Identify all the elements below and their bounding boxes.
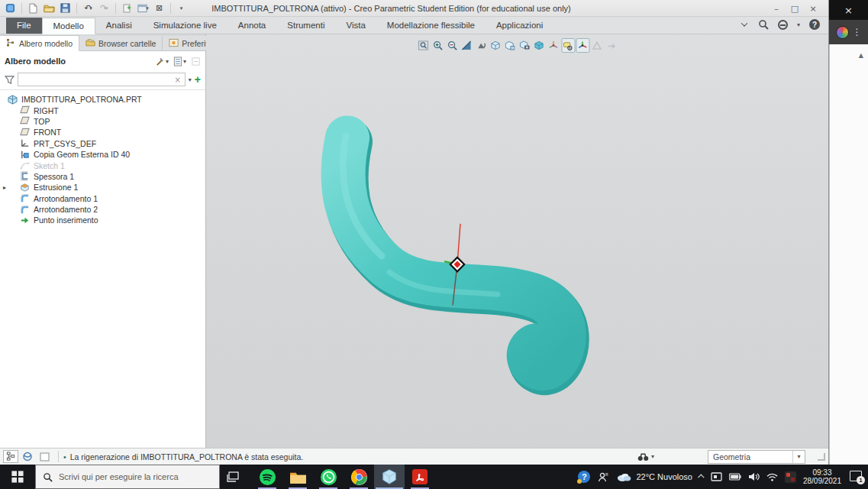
tree-item[interactable]: PRT_CSYS_DEF [0, 138, 205, 149]
command-search-icon[interactable] [757, 18, 770, 31]
action-center-icon[interactable]: 1 [848, 470, 863, 484]
clear-search-icon[interactable]: × [173, 76, 182, 84]
selection-filter-dropdown-icon[interactable]: ▾ [792, 451, 805, 463]
overlay-sticker-icon[interactable] [836, 26, 849, 39]
weather-widget[interactable]: 22°C Nuvoloso [616, 471, 692, 482]
tree-item[interactable]: FRONT [0, 127, 205, 138]
tablet-mode-icon[interactable] [711, 472, 722, 482]
taskbar-search[interactable]: Scrivi qui per eseguire la ricerca [35, 465, 220, 489]
taskbar-app-whatsapp[interactable] [313, 465, 344, 489]
zoom-fit-button[interactable] [416, 38, 430, 53]
tree-settings-icon[interactable]: ▾ [155, 57, 169, 66]
toggle-console-icon[interactable] [37, 450, 52, 463]
minimize-button[interactable]: – [767, 1, 786, 16]
tree-item[interactable]: Punto inserimento [0, 215, 205, 225]
panel-tab-folder-browser[interactable]: Browser cartelle [79, 36, 163, 50]
wifi-icon[interactable] [766, 473, 778, 481]
tree-item[interactable]: Arrotondamento 1 [0, 193, 205, 204]
save-icon[interactable] [59, 2, 72, 15]
reorient-button[interactable] [474, 38, 488, 53]
redo-icon[interactable]: ↷▾ [98, 2, 111, 15]
regenerate-icon[interactable] [121, 2, 134, 15]
find-dropdown-icon[interactable]: ▾ [651, 453, 654, 460]
tree-item[interactable]: IMBOTTITURA_POLTRONA.PRT [0, 94, 205, 105]
ribbon-tab-annota[interactable]: Annota [227, 18, 276, 34]
ribbon-tab-applicazioni[interactable]: Applicazioni [486, 18, 553, 34]
overlay-scroll-up-icon[interactable]: ▲ [859, 52, 863, 59]
ribbon-tab-vista[interactable]: Vista [335, 18, 376, 34]
graphics-viewport[interactable] [206, 34, 828, 448]
tree-item[interactable]: RIGHT [0, 105, 205, 115]
ribbon-tab-strumenti[interactable]: Strumenti [276, 18, 335, 34]
window-switch-icon[interactable]: ▾ [137, 2, 150, 15]
undo-icon[interactable]: ↶▾ [82, 2, 95, 15]
tree-filters-icon[interactable]: ▾ [173, 57, 186, 66]
tree-item-label: RIGHT [34, 106, 59, 115]
selection-filter-combo[interactable]: Geometria ▾ [708, 450, 805, 464]
collapse-ribbon-icon[interactable] [738, 18, 750, 31]
annotation-display-button[interactable] [561, 38, 575, 53]
taskbar-app-explorer[interactable] [282, 465, 313, 489]
tree-item[interactable]: Arrotondamento 2 [0, 204, 205, 215]
maximize-button[interactable]: □ [786, 1, 804, 16]
zoom-out-button[interactable] [445, 38, 459, 53]
filter-funnel-icon[interactable] [5, 75, 15, 85]
start-button[interactable] [0, 465, 35, 489]
find-tool[interactable]: ▾ [637, 452, 654, 461]
show-hidden-icons[interactable] [699, 474, 704, 479]
datum-display-filters-button[interactable] [547, 38, 560, 53]
overlay-menu-icon[interactable]: ⋮ [853, 27, 862, 37]
close-button[interactable]: × [804, 1, 822, 16]
new-file-icon[interactable] [27, 2, 40, 15]
customize-qat-icon[interactable]: ▾ [176, 2, 189, 15]
named-views-button[interactable] [503, 38, 517, 53]
people-icon[interactable]: R [597, 471, 609, 483]
language-indicator-icon[interactable] [785, 471, 796, 483]
add-filter-icon[interactable]: + [195, 74, 201, 85]
help-icon[interactable]: ? [808, 18, 821, 31]
taskbar-app-spotify[interactable] [252, 465, 282, 489]
taskbar-app-creo[interactable] [374, 465, 405, 489]
search-icon [43, 472, 53, 482]
expander-icon[interactable]: ▸ [3, 184, 6, 191]
resize-grip[interactable] [818, 453, 825, 461]
open-file-icon[interactable] [43, 2, 56, 15]
zoom-in-button[interactable] [431, 38, 444, 53]
task-view-button[interactable] [220, 465, 246, 489]
taskbar-app-acrobat[interactable] [405, 465, 435, 489]
tree-item[interactable]: TOP [0, 116, 205, 127]
tree-collapse-icon[interactable] [191, 57, 201, 66]
display-options-icon[interactable] [776, 18, 789, 31]
spin-center-button[interactable] [576, 38, 589, 53]
ribbon-tab-modello[interactable]: Modello [42, 18, 95, 34]
last-tool-button[interactable] [605, 38, 618, 53]
ribbon-tab-analisi[interactable]: Analisi [95, 18, 143, 34]
app-logo-icon[interactable] [4, 2, 17, 15]
ribbon-tab-simulazione-live[interactable]: Simulazione live [143, 18, 227, 34]
display-options-dropdown-icon[interactable]: ▾ [795, 18, 802, 31]
toggle-browser-icon[interactable] [20, 450, 35, 463]
display-style-button[interactable] [489, 38, 502, 53]
panel-tab-model-tree[interactable]: Albero modello [0, 35, 79, 51]
tree-item[interactable]: Copia Geom Esterna ID 40 [0, 149, 205, 160]
repaint-button[interactable] [460, 38, 473, 53]
tree-search-field[interactable]: × [18, 73, 186, 86]
tree-item[interactable]: Sketch 1 [0, 160, 205, 170]
battery-icon[interactable] [729, 473, 741, 481]
shaded-view-button[interactable] [532, 38, 546, 53]
ribbon-tab-file[interactable]: File [6, 18, 42, 34]
tree-item[interactable]: ▸Estrusione 1 [0, 182, 205, 193]
volume-icon[interactable] [748, 472, 760, 481]
tree-search-input[interactable] [21, 76, 173, 84]
view-capture-button[interactable] [518, 38, 531, 53]
ribbon-tab-modellazione-flessibile[interactable]: Modellazione flessibile [376, 18, 486, 34]
perspective-button[interactable] [590, 38, 604, 53]
get-help-icon[interactable]: ? [578, 471, 590, 483]
search-options-dropdown-icon[interactable]: ▾ [189, 76, 192, 83]
overlay-close-icon[interactable]: × [844, 5, 853, 16]
close-window-icon[interactable]: ⊠ [153, 2, 166, 15]
taskbar-clock[interactable]: 09:33 28/09/2021 [803, 468, 841, 486]
toggle-model-tree-icon[interactable] [3, 450, 18, 463]
taskbar-app-chrome[interactable] [344, 465, 374, 489]
tree-item[interactable]: Spessora 1 [0, 171, 205, 182]
